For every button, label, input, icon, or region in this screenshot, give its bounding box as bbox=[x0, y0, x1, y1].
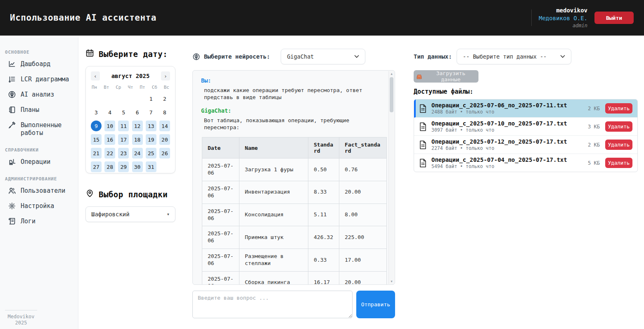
answer-table-header-row: DateNameStandardFact_standard bbox=[202, 137, 387, 159]
delete-file-button[interactable]: Удалить bbox=[605, 140, 632, 150]
calendar-day[interactable]: 26 bbox=[159, 148, 170, 159]
sidebar-item-operations[interactable]: Операции bbox=[0, 154, 78, 170]
calendar-day[interactable]: 24 bbox=[132, 148, 143, 159]
calendar-day[interactable]: 8 bbox=[159, 107, 170, 118]
table-cell: 0.76 bbox=[339, 159, 387, 181]
upload-data-button[interactable]: Загрузить данные bbox=[414, 70, 478, 83]
neural-brain-icon bbox=[192, 53, 200, 61]
site-select[interactable]: Шафировский ▾ bbox=[85, 206, 175, 222]
calendar-day[interactable]: 2 bbox=[159, 93, 170, 104]
delete-file-button[interactable]: Удалить bbox=[605, 121, 632, 132]
sidebar-item-label: Операции bbox=[21, 158, 50, 166]
table-row: 2025-07-06Сборка пикинга16.1720.00 bbox=[202, 272, 387, 285]
sidebar-item-label: Планы bbox=[21, 106, 39, 114]
sidebar-item-ai-analysis[interactable]: AI анализ bbox=[0, 87, 78, 102]
calendar-day[interactable]: 16 bbox=[104, 134, 115, 145]
answer-table: DateNameStandardFact_standard 2025-07-06… bbox=[202, 137, 387, 285]
calendar-next-button[interactable]: › bbox=[161, 71, 170, 80]
calendar-day[interactable]: 3 bbox=[91, 107, 102, 118]
sidebar-item-settings[interactable]: Настройка bbox=[0, 199, 78, 214]
scrollbar-down-icon[interactable]: ▼ bbox=[389, 279, 394, 284]
sidebar-item-users[interactable]: Пользователи bbox=[0, 183, 78, 199]
file-list-item[interactable]: Операции_с_2025-07-10_по_2025-07-17.txt3… bbox=[414, 118, 637, 136]
sidebar-item-dashboard[interactable]: Дашбоард bbox=[0, 57, 78, 72]
delete-file-button[interactable]: Удалить bbox=[605, 158, 632, 168]
logout-button[interactable]: Выйти bbox=[594, 12, 634, 24]
sidebar-section-label: ОСНОВНОЕ bbox=[5, 50, 78, 55]
calendar-day[interactable]: 17 bbox=[118, 134, 129, 145]
table-cell: 2025-07-06 bbox=[202, 181, 239, 204]
file-size: 2 КБ bbox=[588, 142, 600, 148]
user-info: medovikov Медовиков О.Е. admin bbox=[539, 7, 587, 29]
calendar-day[interactable]: 7 bbox=[146, 107, 156, 118]
calendar-day[interactable]: 11 bbox=[118, 121, 129, 131]
hammer-icon bbox=[8, 121, 16, 129]
calendar-day[interactable]: 14 bbox=[159, 121, 170, 131]
calendar-day[interactable]: 19 bbox=[146, 134, 156, 145]
delete-file-button[interactable]: Удалить bbox=[605, 103, 632, 114]
sidebar-item-completed-works[interactable]: Выполненные работы bbox=[0, 118, 78, 141]
table-cell: 16.17 bbox=[308, 272, 339, 285]
list-diagram-icon bbox=[8, 75, 16, 83]
scroll-icon bbox=[8, 217, 16, 225]
file-icon bbox=[419, 122, 427, 131]
calendar-day[interactable]: 20 bbox=[159, 134, 170, 145]
calendar-day[interactable]: 30 bbox=[132, 161, 143, 172]
calendar-day[interactable]: 1 bbox=[146, 93, 156, 104]
file-icon bbox=[419, 104, 427, 113]
sidebar-item-label: LCR диаграмма bbox=[21, 76, 69, 83]
main-content: Выберите дату: ‹ август 2025 › ПнВтСрЧтП… bbox=[78, 36, 644, 329]
sidebar-item-lcr-diagram[interactable]: LCR диаграмма bbox=[0, 72, 78, 87]
weekday-label: Ср bbox=[116, 85, 121, 90]
message-text: Вот таблица, показывающая операции, треб… bbox=[204, 117, 382, 131]
file-name: Операции_с_2025-07-12_по_2025-07-17.txt bbox=[431, 138, 567, 145]
message-text: подскажи какие операции требуют пересмот… bbox=[204, 87, 382, 101]
answer-table-header-cell: Name bbox=[239, 137, 308, 159]
sidebar-item-logs[interactable]: Логи bbox=[0, 214, 78, 229]
calendar-day[interactable]: 13 bbox=[146, 121, 156, 131]
calendar-day[interactable]: 18 bbox=[132, 134, 143, 145]
chat-messages: Вы:подскажи какие операции требуют перес… bbox=[201, 77, 382, 131]
table-cell: 2025-07-06 bbox=[202, 159, 239, 181]
calendar-day[interactable]: 29 bbox=[118, 161, 129, 172]
calendar-day[interactable]: 23 bbox=[118, 148, 129, 159]
sidebar-item-label: AI анализ bbox=[21, 91, 54, 99]
model-select[interactable]: GigaChat bbox=[281, 49, 365, 64]
question-input[interactable] bbox=[192, 291, 353, 318]
scrollbar-thumb[interactable] bbox=[390, 77, 393, 112]
calendar-day[interactable]: 12 bbox=[132, 121, 143, 131]
chat-column: Выберите нейросеть: GigaChat Вы:подскажи… bbox=[192, 36, 395, 318]
calendar-day[interactable]: 28 bbox=[104, 161, 115, 172]
table-cell: Сборка пикинга bbox=[239, 272, 308, 285]
sidebar-item-plans[interactable]: Планы bbox=[0, 102, 78, 118]
table-cell: 8.33 bbox=[308, 181, 339, 204]
chat-scrollbar[interactable]: ▲ ▼ bbox=[388, 71, 394, 284]
model-select-label: Выберите нейросеть: bbox=[204, 53, 270, 60]
file-list-item[interactable]: Операции_с_2025-07-12_по_2025-07-17.txt2… bbox=[414, 136, 637, 154]
calendar-day[interactable]: 5 bbox=[118, 107, 129, 118]
calendar-day[interactable]: 21 bbox=[91, 148, 102, 159]
calendar-day[interactable]: 27 bbox=[91, 161, 102, 172]
calendar-day[interactable]: 9 bbox=[91, 121, 102, 131]
weekday-label: Чт bbox=[128, 85, 133, 90]
calendar-day[interactable]: 25 bbox=[146, 148, 156, 159]
calendar-day[interactable]: 22 bbox=[104, 148, 115, 159]
send-button[interactable]: Отправить bbox=[356, 291, 395, 318]
chat-panel: Вы:подскажи какие операции требуют перес… bbox=[192, 70, 395, 285]
calendar-day[interactable]: 10 bbox=[104, 121, 115, 131]
file-list-item[interactable]: Операции_с_2025-07-04_по_2025-07-17.txt5… bbox=[414, 154, 637, 172]
location-pin-icon bbox=[85, 189, 94, 200]
calendar-day[interactable]: 6 bbox=[132, 107, 143, 118]
calendar-day[interactable]: 15 bbox=[91, 134, 102, 145]
weekday-label: Сб bbox=[152, 85, 157, 90]
file-list-item[interactable]: Операции_с_2025-07-06_по_2025-07-11.txt2… bbox=[414, 99, 637, 118]
file-name: Операции_с_2025-07-06_по_2025-07-11.txt bbox=[431, 102, 567, 109]
scrollbar-up-icon[interactable]: ▲ bbox=[389, 71, 394, 76]
calendar-prev-button[interactable]: ‹ bbox=[91, 71, 100, 80]
table-cell: Размещение в стеллажи bbox=[239, 249, 308, 272]
calendar-day[interactable]: 4 bbox=[104, 107, 115, 118]
data-type-select[interactable]: -- Выберите тип данных -- bbox=[457, 49, 571, 64]
weekday-label: Вт bbox=[104, 85, 109, 90]
answer-table-body: 2025-07-06Загрузка 1 фуры0.500.762025-07… bbox=[202, 159, 387, 285]
calendar-day[interactable]: 31 bbox=[146, 161, 156, 172]
